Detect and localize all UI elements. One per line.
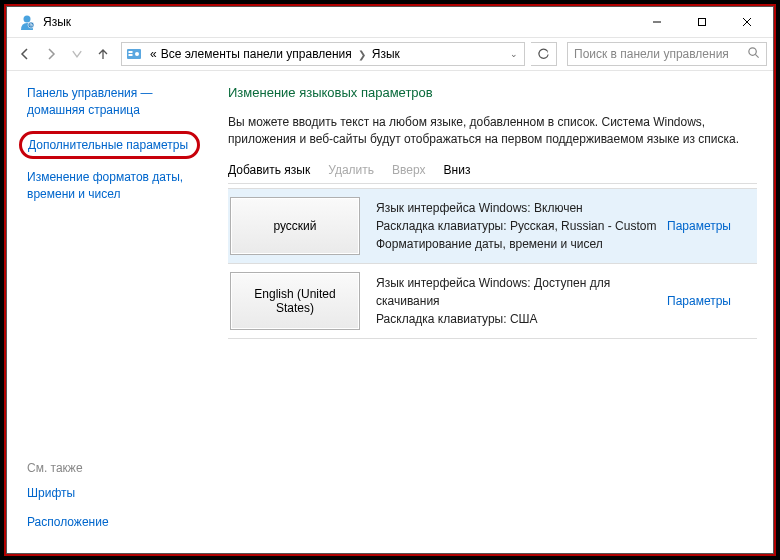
refresh-button[interactable] <box>531 42 557 66</box>
window-title: Язык <box>43 15 634 29</box>
up-button[interactable] <box>91 42 115 66</box>
svg-point-9 <box>135 52 139 56</box>
language-info-line: Раскладка клавиатуры: Русская, Russian -… <box>376 217 661 235</box>
control-panel-icon <box>126 46 142 62</box>
svg-point-10 <box>749 48 756 55</box>
language-options-cell: Параметры <box>667 189 757 263</box>
minimize-button[interactable] <box>634 7 679 37</box>
svg-rect-8 <box>129 54 133 56</box>
chevron-right-icon: ❯ <box>358 49 366 60</box>
see-also-label: См. также <box>27 461 200 475</box>
sidebar-advanced-link[interactable]: Дополнительные параметры <box>28 137 191 154</box>
maximize-button[interactable] <box>679 7 724 37</box>
address-bar: « Все элементы панели управления ❯ Язык … <box>7 37 773 71</box>
breadcrumb-item[interactable]: Все элементы панели управления <box>161 47 352 61</box>
remove-language-button[interactable]: Удалить <box>328 163 374 177</box>
breadcrumb[interactable]: « Все элементы панели управления ❯ Язык … <box>121 42 525 66</box>
language-list: русскийЯзык интерфейса Windows: ВключенР… <box>228 188 757 339</box>
search-icon <box>747 46 760 62</box>
app-icon <box>19 14 35 30</box>
sidebar: Панель управления — домашняя страница До… <box>7 71 212 553</box>
highlight-annotation: Дополнительные параметры <box>19 131 200 160</box>
breadcrumb-dropdown-icon[interactable]: ⌄ <box>510 49 518 59</box>
language-info: Язык интерфейса Windows: Доступен для ск… <box>370 264 667 338</box>
main-content: Изменение языковых параметров Вы можете … <box>212 71 773 553</box>
search-input[interactable]: Поиск в панели управления <box>567 42 767 66</box>
language-row[interactable]: English (United States)Язык интерфейса W… <box>228 264 757 339</box>
language-info: Язык интерфейса Windows: ВключенРаскладк… <box>370 189 667 263</box>
forward-button[interactable] <box>39 42 63 66</box>
add-language-button[interactable]: Добавить язык <box>228 163 310 177</box>
language-info-line: Раскладка клавиатуры: США <box>376 310 661 328</box>
language-tile[interactable]: русский <box>230 197 360 255</box>
language-options-cell: Параметры <box>667 264 757 338</box>
sidebar-formats-link[interactable]: Изменение форматов даты, времени и чисел <box>27 169 200 203</box>
breadcrumb-prefix: « <box>150 47 157 61</box>
recent-dropdown-icon[interactable] <box>65 42 89 66</box>
language-info-line: Форматирование даты, времени и чисел <box>376 235 661 253</box>
language-tile[interactable]: English (United States) <box>230 272 360 330</box>
language-info-line: Язык интерфейса Windows: Включен <box>376 199 661 217</box>
svg-rect-7 <box>129 51 133 53</box>
language-options-link[interactable]: Параметры <box>667 219 731 233</box>
svg-line-11 <box>755 54 758 57</box>
page-heading: Изменение языковых параметров <box>228 85 757 100</box>
sidebar-fonts-link[interactable]: Шрифты <box>27 485 200 502</box>
move-up-button[interactable]: Вверх <box>392 163 425 177</box>
titlebar: Язык <box>7 7 773 37</box>
language-options-link[interactable]: Параметры <box>667 294 731 308</box>
page-description: Вы можете вводить текст на любом языке, … <box>228 114 757 149</box>
command-row: Добавить язык Удалить Вверх Вниз <box>228 163 757 184</box>
svg-point-0 <box>24 16 31 23</box>
sidebar-home-link[interactable]: Панель управления — домашняя страница <box>27 85 200 119</box>
language-row[interactable]: русскийЯзык интерфейса Windows: ВключенР… <box>228 189 757 264</box>
language-control-panel-window: Язык « Все элементы панели управления ❯ … <box>6 6 774 554</box>
language-info-line: Язык интерфейса Windows: Доступен для ск… <box>376 274 661 310</box>
close-button[interactable] <box>724 7 769 37</box>
move-down-button[interactable]: Вниз <box>444 163 471 177</box>
breadcrumb-item[interactable]: Язык <box>372 47 400 61</box>
sidebar-location-link[interactable]: Расположение <box>27 514 200 531</box>
search-placeholder: Поиск в панели управления <box>574 47 729 61</box>
svg-rect-3 <box>698 19 705 26</box>
back-button[interactable] <box>13 42 37 66</box>
